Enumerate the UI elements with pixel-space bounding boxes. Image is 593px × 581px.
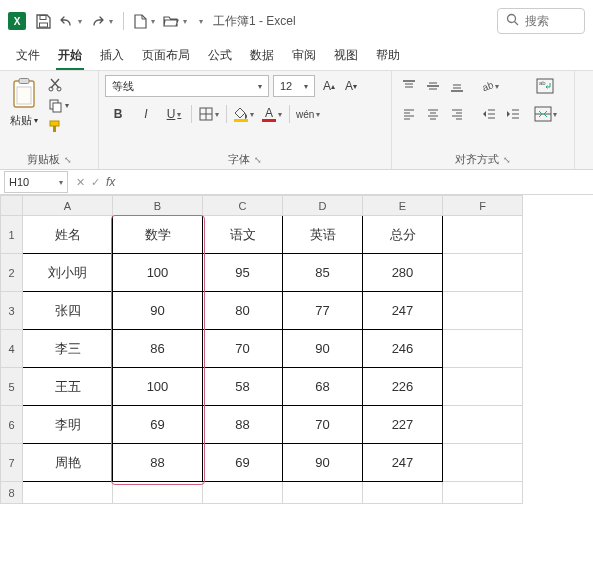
redo-dropdown-icon[interactable]: ▾ (109, 17, 113, 26)
new-file-icon[interactable] (134, 14, 147, 29)
cell-C3[interactable]: 80 (203, 292, 283, 330)
cell-A3[interactable]: 张四 (23, 292, 113, 330)
cell-E1[interactable]: 总分 (363, 216, 443, 254)
decrease-indent-icon[interactable] (478, 103, 500, 125)
undo-icon[interactable] (59, 14, 74, 29)
cell-F5[interactable] (443, 368, 523, 406)
wrap-text-icon[interactable]: ab (534, 75, 556, 97)
borders-button[interactable] (196, 103, 222, 125)
save-icon[interactable] (36, 14, 51, 29)
cell-E3[interactable]: 247 (363, 292, 443, 330)
orientation-icon[interactable]: ab (478, 75, 500, 97)
bold-button[interactable]: B (105, 103, 131, 125)
qat-customize-icon[interactable]: ▾ (199, 17, 203, 26)
cell-A7[interactable]: 周艳 (23, 444, 113, 482)
tab-page-layout[interactable]: 页面布局 (140, 43, 192, 70)
clipboard-launcher-icon[interactable]: ⤡ (64, 155, 72, 165)
cell-C7[interactable]: 69 (203, 444, 283, 482)
cell-F4[interactable] (443, 330, 523, 368)
cell-C1[interactable]: 语文 (203, 216, 283, 254)
cell-E7[interactable]: 247 (363, 444, 443, 482)
confirm-formula-icon[interactable]: ✓ (91, 176, 100, 189)
fill-color-button[interactable] (231, 103, 257, 125)
cancel-formula-icon[interactable]: ✕ (76, 176, 85, 189)
cell-E2[interactable]: 280 (363, 254, 443, 292)
paste-button[interactable]: 粘贴▾ (6, 75, 42, 130)
row-header-1[interactable]: 1 (1, 216, 23, 254)
fx-icon[interactable]: fx (106, 175, 115, 189)
cell-B2[interactable]: 100 (113, 254, 203, 292)
tab-home[interactable]: 开始 (56, 43, 84, 70)
cell-E8[interactable] (363, 482, 443, 504)
col-header-A[interactable]: A (23, 196, 113, 216)
cell-F3[interactable] (443, 292, 523, 330)
underline-button[interactable]: U (161, 103, 187, 125)
formula-input[interactable] (119, 171, 593, 193)
tab-file[interactable]: 文件 (14, 43, 42, 70)
cut-icon[interactable] (48, 77, 69, 92)
align-right-icon[interactable] (446, 103, 468, 125)
tab-insert[interactable]: 插入 (98, 43, 126, 70)
cell-F1[interactable] (443, 216, 523, 254)
increase-font-icon[interactable]: A▴ (319, 76, 339, 96)
font-name-combo[interactable]: 等线 ▾ (105, 75, 269, 97)
cell-D6[interactable]: 70 (283, 406, 363, 444)
align-center-icon[interactable] (422, 103, 444, 125)
row-header-6[interactable]: 6 (1, 406, 23, 444)
align-middle-icon[interactable] (422, 75, 444, 97)
col-header-F[interactable]: F (443, 196, 523, 216)
cell-B8[interactable] (113, 482, 203, 504)
row-header-3[interactable]: 3 (1, 292, 23, 330)
chevron-down-icon[interactable]: ▾ (59, 178, 63, 187)
cell-B7[interactable]: 88 (113, 444, 203, 482)
cell-D7[interactable]: 90 (283, 444, 363, 482)
redo-icon[interactable] (90, 14, 105, 29)
cell-D5[interactable]: 68 (283, 368, 363, 406)
phonetic-guide-button[interactable]: wén (294, 103, 322, 125)
italic-button[interactable]: I (133, 103, 159, 125)
increase-indent-icon[interactable] (502, 103, 524, 125)
row-header-4[interactable]: 4 (1, 330, 23, 368)
tab-view[interactable]: 视图 (332, 43, 360, 70)
col-header-D[interactable]: D (283, 196, 363, 216)
font-color-button[interactable]: A (259, 103, 285, 125)
tab-formulas[interactable]: 公式 (206, 43, 234, 70)
cell-D1[interactable]: 英语 (283, 216, 363, 254)
open-folder-dropdown-icon[interactable]: ▾ (183, 17, 187, 26)
col-header-E[interactable]: E (363, 196, 443, 216)
row-header-5[interactable]: 5 (1, 368, 23, 406)
cell-B1[interactable]: 数学 (113, 216, 203, 254)
tab-review[interactable]: 审阅 (290, 43, 318, 70)
font-size-combo[interactable]: 12 ▾ (273, 75, 315, 97)
cell-A4[interactable]: 李三 (23, 330, 113, 368)
cell-F8[interactable] (443, 482, 523, 504)
format-painter-icon[interactable] (48, 119, 69, 134)
cell-A2[interactable]: 刘小明 (23, 254, 113, 292)
cell-E4[interactable]: 246 (363, 330, 443, 368)
font-launcher-icon[interactable]: ⤡ (254, 155, 262, 165)
cell-A1[interactable]: 姓名 (23, 216, 113, 254)
cell-B4[interactable]: 86 (113, 330, 203, 368)
cell-A6[interactable]: 李明 (23, 406, 113, 444)
cell-A8[interactable] (23, 482, 113, 504)
cell-C6[interactable]: 88 (203, 406, 283, 444)
cell-F2[interactable] (443, 254, 523, 292)
search-box[interactable]: 搜索 (497, 8, 585, 34)
cell-B5[interactable]: 100 (113, 368, 203, 406)
cell-D2[interactable]: 85 (283, 254, 363, 292)
cell-C2[interactable]: 95 (203, 254, 283, 292)
cell-D8[interactable] (283, 482, 363, 504)
col-header-C[interactable]: C (203, 196, 283, 216)
row-header-7[interactable]: 7 (1, 444, 23, 482)
cell-E5[interactable]: 226 (363, 368, 443, 406)
open-folder-icon[interactable] (163, 15, 179, 28)
tab-data[interactable]: 数据 (248, 43, 276, 70)
merge-center-icon[interactable] (534, 103, 556, 125)
cell-D3[interactable]: 77 (283, 292, 363, 330)
cell-B3[interactable]: 90 (113, 292, 203, 330)
row-header-8[interactable]: 8 (1, 482, 23, 504)
row-header-2[interactable]: 2 (1, 254, 23, 292)
copy-icon[interactable]: ▾ (48, 98, 69, 113)
new-file-dropdown-icon[interactable]: ▾ (151, 17, 155, 26)
cell-F7[interactable] (443, 444, 523, 482)
